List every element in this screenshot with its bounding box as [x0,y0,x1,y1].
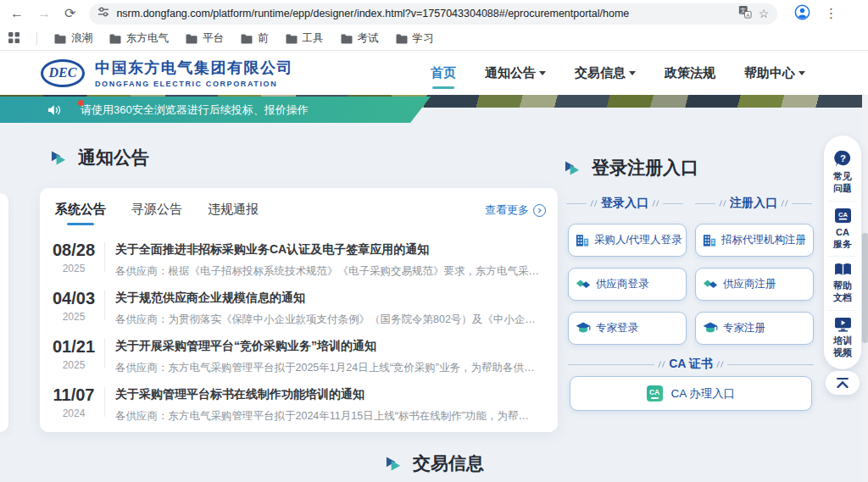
graduation-cap-icon [703,322,718,335]
entry-button-label: 专家登录 [596,321,638,335]
divider [104,387,105,417]
bookmarks-separator [36,32,37,45]
folder-icon [341,34,353,44]
tab-violation-reports[interactable]: 违规通报 [208,202,259,225]
supplier-login-button[interactable]: 供应商登录 [568,268,687,301]
notice-list-item[interactable]: 11/07 2024 关于采购管理平台标书在线制作功能培训的通知 各供应商：东方… [48,378,546,426]
sidebar-item-ca-service[interactable]: CA CA服务 [828,201,857,257]
folder-icon [396,34,408,44]
bookmark-label: 东方电气 [126,31,169,46]
chevron-down-icon [798,71,805,75]
entry-button-label: 专家注册 [723,321,765,335]
notice-desc: 各供应商：东方电气采购管理平台拟于2024年11月15日上线“标书在线制作”功能… [115,409,546,424]
url-text[interactable]: nsrm.dongfang.com/platform/runtime/epp/d… [116,8,731,19]
divider [104,242,105,272]
building-icon [576,234,589,247]
bookmark-folder[interactable]: 工具 [286,31,324,46]
scrollbar-track[interactable] [862,51,868,482]
notice-title[interactable]: 关于规范供应商企业规模信息的通知 [115,291,546,306]
browser-toolbar: ← → ⟳ nsrm.dongfang.com/platform/runtime… [0,0,868,27]
notice-desc: 各供应商：东方电气采购管理平台拟于2025年1月24日上线“竞价采购”业务，为帮… [115,361,546,375]
site-settings-icon[interactable] [97,6,109,21]
dec-logo[interactable]: DEC [41,59,85,87]
slash-decor [719,200,726,207]
nav-item-home[interactable]: 首页 [431,65,456,81]
alert-text: 请使用360安全浏览器进行后续投标、报价操作 [81,102,309,118]
folder-icon [54,34,66,44]
bidding-agency-register-button[interactable]: 招标代理机构注册 [695,224,814,257]
expert-register-button[interactable]: 专家注册 [695,312,814,345]
nav-item-policies[interactable]: 政策法规 [665,65,715,81]
bookmark-label: 考试 [358,31,379,46]
notice-date: 04/03 2025 [48,289,99,323]
notice-date-year: 2025 [48,311,99,323]
scrollbar-thumb[interactable] [862,233,868,343]
bookmarks-bar: 浪潮 东方电气 平台 前 工具 考试 学习 [0,27,868,51]
folder-icon [286,34,298,44]
reload-icon[interactable]: ⟳ [64,7,75,20]
login-column-label: 登录入口 [566,196,683,211]
nav-item-trade-info[interactable]: 交易信息 [575,65,636,81]
translate-icon[interactable]: 文 A [738,5,752,22]
buyer-agent-login-button[interactable]: 采购人/代理人登录 [568,224,687,257]
main-nav: 首页 通知公告 交易信息 政策法规 帮助中心 [431,65,834,81]
nav-label: 首页 [431,65,456,81]
forward-icon[interactable]: → [37,7,51,20]
bookmark-folder[interactable]: 考试 [341,31,379,46]
notice-list: 08/28 2025 关于全面推进非招标采购业务CA认证及电子签章应用的通知 各… [48,233,546,426]
login-section-heading: 登录注册入口 [565,156,698,180]
sidebar-item-label: CA服务 [832,226,854,251]
sidebar-item-help-docs[interactable]: 帮助文档 [828,256,857,310]
bookmark-folder[interactable]: 平台 [186,31,224,46]
bookmark-folder[interactable]: 浪潮 [54,31,92,46]
double-arrow-icon [51,151,67,165]
entry-column-labels: 登录入口 注册入口 [566,196,812,211]
entry-button-grid: 采购人/代理人登录 招标代理机构注册 供应商登录 供应商注册 专家登录 [568,224,814,345]
tab-system-notices[interactable]: 系统公告 [55,202,106,225]
notice-date: 01/21 2025 [48,337,99,371]
bookmark-folder[interactable]: 东方电气 [109,31,169,46]
view-more-label: 查看更多 [485,202,529,218]
notice-date-year: 2025 [48,263,99,274]
bookmark-folder[interactable]: 学习 [396,31,434,46]
view-more-link[interactable]: 查看更多 [485,202,546,218]
double-arrow-icon [565,161,581,175]
collapse-up-icon [836,378,849,388]
tab-sourcing-notices[interactable]: 寻源公告 [131,202,182,225]
question-icon: ? [834,150,852,168]
sidebar-item-label: 常见问题 [832,170,854,195]
notice-date-md: 04/03 [48,289,99,308]
bookmark-label: 浪潮 [71,31,92,46]
folder-icon [186,34,198,44]
profile-avatar-icon[interactable] [794,4,810,24]
notice-title[interactable]: 关于开展采购管理平台“竞价采购业务”培训的通知 [115,339,546,354]
sidebar-item-faq[interactable]: ? 常见问题 [828,144,857,201]
menu-dots-icon[interactable]: ⋮ [824,7,837,20]
notice-title[interactable]: 关于全面推进非招标采购业务CA认证及电子签章应用的通知 [115,242,546,258]
notice-title[interactable]: 关于采购管理平台标书在线制作功能培训的通知 [115,387,546,402]
nav-item-notices[interactable]: 通知公告 [485,65,546,81]
address-bar[interactable]: nsrm.dongfang.com/platform/runtime/epp/d… [89,3,777,25]
divider [104,339,105,368]
training-video-icon [834,317,852,332]
folder-icon [241,34,253,44]
notice-list-item[interactable]: 01/21 2025 关于开展采购管理平台“竞价采购业务”培训的通知 各供应商：… [48,330,546,378]
nav-item-help-center[interactable]: 帮助中心 [744,65,805,81]
bookmark-label: 平台 [203,31,224,46]
apps-grid-icon[interactable] [8,31,19,47]
slash-decor [590,200,598,207]
expert-login-button[interactable]: 专家登录 [568,312,687,345]
sidebar-item-training-videos[interactable]: 培训视频 [828,310,857,365]
nav-label: 政策法规 [665,65,715,81]
bookmark-star-icon[interactable]: ☆ [759,8,770,19]
supplier-register-button[interactable]: 供应商注册 [695,268,814,301]
notice-list-item[interactable]: 08/28 2025 关于全面推进非招标采购业务CA认证及电子签章应用的通知 各… [48,233,546,281]
collapse-to-top-button[interactable] [826,371,860,395]
bookmark-folder[interactable]: 前 [241,31,269,46]
back-icon[interactable]: ← [10,7,24,20]
ca-apply-button[interactable]: CA CA 办理入口 [570,376,812,411]
sidebar-item-label: 帮助文档 [832,280,854,304]
ca-button-label: CA 办理入口 [671,386,736,402]
notice-list-item[interactable]: 04/03 2025 关于规范供应商企业规模信息的通知 各供应商：为贯彻落实《保… [48,281,546,330]
notice-date-md: 11/07 [48,385,99,405]
